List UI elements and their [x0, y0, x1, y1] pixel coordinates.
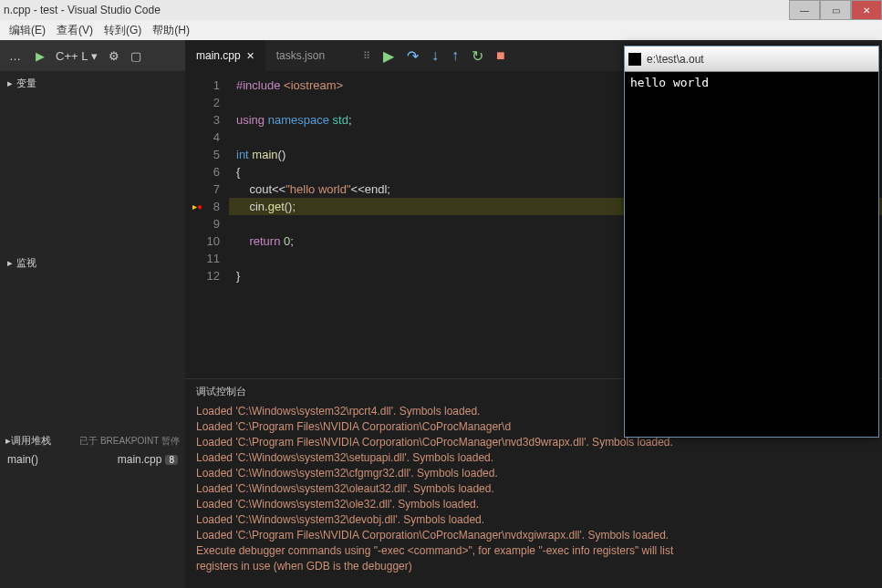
- window-titlebar: n.cpp - test - Visual Studio Code — ▭ ✕: [0, 0, 882, 20]
- menu-goto[interactable]: 转到(G): [100, 23, 145, 38]
- debug-config-select[interactable]: C++ L ▾: [56, 49, 98, 63]
- variables-header[interactable]: ▸ 变量: [0, 71, 185, 96]
- step-out-icon[interactable]: ↑: [451, 47, 459, 64]
- start-debug-icon[interactable]: ▶: [36, 49, 45, 63]
- window-title: n.cpp - test - Visual Studio Code: [4, 4, 161, 16]
- callstack-file: main.cpp: [118, 453, 162, 466]
- menu-help[interactable]: 帮助(H): [149, 23, 193, 38]
- tab-main-cpp[interactable]: main.cpp✕: [185, 40, 265, 71]
- chevron-down-icon: ▾: [91, 49, 98, 63]
- tab-tasks-json[interactable]: tasks.json: [265, 40, 336, 71]
- gear-icon[interactable]: ⚙: [109, 49, 119, 63]
- terminal-titlebar[interactable]: e:\test\a.out: [625, 46, 878, 72]
- terminal-output: hello world: [625, 72, 878, 93]
- menu-bar: 编辑(E) 查看(V) 转到(G) 帮助(H): [0, 20, 882, 40]
- callstack-header[interactable]: ▸ 调用堆栈已于 BREAKPOINT 暂停: [0, 430, 185, 451]
- debug-top-controls: … ▶ C++ L ▾ ⚙ ▢: [0, 40, 185, 71]
- continue-icon[interactable]: ▶: [383, 47, 394, 65]
- callstack-function: main(): [7, 453, 38, 466]
- restart-icon[interactable]: ↻: [472, 47, 483, 65]
- maximize-button[interactable]: ▭: [820, 0, 851, 20]
- callstack-frame[interactable]: main() main.cpp 8: [0, 451, 185, 468]
- minimize-button[interactable]: —: [789, 0, 820, 20]
- more-icon[interactable]: …: [5, 49, 25, 63]
- step-over-icon[interactable]: ↷: [407, 47, 419, 65]
- external-terminal-window[interactable]: e:\test\a.out hello world: [624, 46, 879, 438]
- drag-grip-icon[interactable]: ⠿: [363, 50, 370, 62]
- debug-sidebar: … ▶ C++ L ▾ ⚙ ▢ ▸ 变量 ▸ 监视 ▸ 调用堆栈已于 BREAK…: [0, 40, 185, 588]
- menu-edit[interactable]: 编辑(E): [5, 23, 49, 38]
- close-button[interactable]: ✕: [851, 0, 882, 20]
- menu-view[interactable]: 查看(V): [53, 23, 97, 38]
- watch-header[interactable]: ▸ 监视: [0, 251, 185, 275]
- stop-icon[interactable]: ■: [496, 47, 505, 64]
- terminal-app-icon: [628, 53, 641, 66]
- close-tab-icon[interactable]: ✕: [246, 50, 254, 62]
- callstack-line: 8: [165, 455, 178, 465]
- debug-toolbar: ⠿ ▶ ↷ ↓ ↑ ↻ ■: [354, 40, 514, 71]
- console-icon[interactable]: ▢: [130, 49, 141, 63]
- step-into-icon[interactable]: ↓: [431, 47, 439, 64]
- terminal-title: e:\test\a.out: [647, 53, 704, 66]
